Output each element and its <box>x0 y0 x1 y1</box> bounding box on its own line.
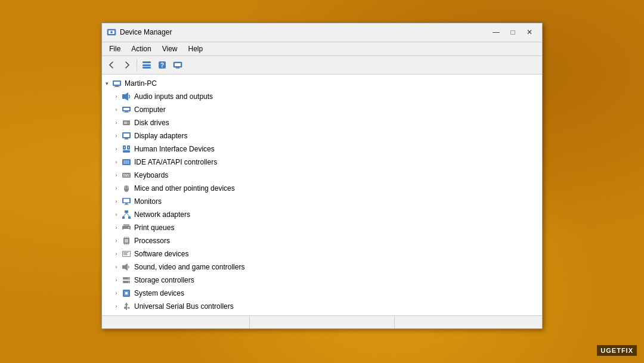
tree-item-print[interactable]: › Print queues <box>102 221 542 234</box>
tree-item-audio[interactable]: › Audio inputs and outputs <box>102 90 542 103</box>
network-icon <box>121 209 132 220</box>
menu-bar: File Action View Help <box>102 42 542 56</box>
svg-rect-25 <box>123 134 129 137</box>
forward-button[interactable] <box>120 58 134 72</box>
svg-marker-85 <box>125 303 128 305</box>
window-title: Device Manager <box>120 28 488 36</box>
menu-help[interactable]: Help <box>184 44 208 54</box>
svg-rect-53 <box>125 210 128 213</box>
audio-icon <box>121 91 132 102</box>
print-expander[interactable]: › <box>112 223 121 232</box>
tree-item-keyboard[interactable]: › Keyboards <box>102 169 542 182</box>
system-expander[interactable]: › <box>112 288 121 298</box>
menu-action[interactable]: Action <box>126 44 156 54</box>
storage-icon <box>121 275 132 286</box>
tree-item-ide[interactable]: › IDE ATA/ATAPI controllers <box>102 156 542 169</box>
keyboard-icon <box>121 170 132 181</box>
svg-point-23 <box>128 122 129 123</box>
software-expander[interactable]: › <box>112 249 121 259</box>
tree-root[interactable]: ▾ Martin-PC <box>102 77 542 90</box>
svg-rect-39 <box>125 174 126 175</box>
svg-rect-44 <box>128 175 129 176</box>
svg-rect-83 <box>125 292 128 294</box>
svg-point-87 <box>128 307 130 309</box>
svg-rect-22 <box>124 122 127 124</box>
processor-expander[interactable]: › <box>112 236 121 246</box>
back-button[interactable] <box>104 58 119 72</box>
audio-expander[interactable]: › <box>112 92 121 101</box>
tree-item-mouse[interactable]: › Mice and other pointing devices <box>102 182 542 195</box>
processor-label: Processors <box>134 237 170 245</box>
display-expander[interactable]: › <box>112 131 121 141</box>
svg-rect-61 <box>128 227 129 228</box>
ide-label: IDE ATA/ATAPI controllers <box>134 158 217 166</box>
svg-point-79 <box>128 278 129 279</box>
tree-item-usb[interactable]: › Universal Serial Bus controllers <box>102 300 542 313</box>
hid-icon <box>121 144 132 154</box>
maximize-button[interactable]: □ <box>505 26 521 39</box>
svg-rect-43 <box>125 175 128 176</box>
minimize-button[interactable]: — <box>488 26 504 39</box>
tree-item-disk[interactable]: › Disk drives <box>102 116 542 129</box>
svg-rect-74 <box>123 255 128 255</box>
close-button[interactable]: ✕ <box>522 26 537 39</box>
tree-item-display[interactable]: › Display adapters <box>102 129 542 142</box>
device-view-button[interactable] <box>171 58 185 72</box>
disk-expander[interactable]: › <box>112 118 121 128</box>
svg-rect-54 <box>122 216 125 219</box>
tree-item-processor[interactable]: › Processors <box>102 234 542 247</box>
system-icon <box>121 288 132 299</box>
svg-rect-55 <box>128 216 131 219</box>
menu-file[interactable]: File <box>104 44 125 54</box>
usb-icon <box>121 301 132 312</box>
svg-rect-40 <box>127 174 128 175</box>
svg-point-2 <box>110 31 113 33</box>
root-label: Martin-PC <box>125 79 157 88</box>
monitor-expander[interactable]: › <box>112 197 121 206</box>
svg-rect-38 <box>123 174 125 175</box>
content-area[interactable]: ▾ Martin-PC › <box>102 75 542 315</box>
window-controls: — □ ✕ <box>488 26 537 39</box>
system-label: System devices <box>134 289 184 297</box>
menu-view[interactable]: View <box>157 44 182 54</box>
toolbar: ? <box>102 56 542 75</box>
hid-expander[interactable]: › <box>112 144 121 154</box>
help-button[interactable]: ? <box>155 58 169 72</box>
svg-rect-9 <box>175 63 181 66</box>
print-icon <box>121 222 132 233</box>
svg-rect-42 <box>123 175 125 176</box>
svg-rect-3 <box>143 61 151 63</box>
mouse-expander[interactable]: › <box>112 184 121 193</box>
storage-expander[interactable]: › <box>112 275 121 285</box>
display-icon <box>121 131 132 141</box>
tree-item-network[interactable]: › Network adapters <box>102 208 542 221</box>
tree-item-sound[interactable]: › Sound, video and game controllers <box>102 260 542 274</box>
keyboard-expander[interactable]: › <box>112 170 121 180</box>
svg-rect-86 <box>124 307 126 309</box>
list-view-button[interactable] <box>140 58 154 72</box>
svg-rect-52 <box>124 204 129 205</box>
tree-item-storage[interactable]: › Storage controllers <box>102 274 542 287</box>
root-expander[interactable]: ▾ <box>102 79 112 88</box>
tree-item-system[interactable]: › System devices <box>102 287 542 300</box>
tree-item-software[interactable]: › Software devices <box>102 247 542 260</box>
computer-expander[interactable]: › <box>112 105 121 114</box>
sound-expander[interactable]: › <box>112 262 121 272</box>
svg-rect-63 <box>125 239 128 243</box>
toolbar-separator-1 <box>137 59 137 71</box>
network-expander[interactable]: › <box>112 210 121 219</box>
ide-expander[interactable]: › <box>112 157 121 167</box>
tree-item-computer[interactable]: › Computer <box>102 103 542 116</box>
computer-label: Computer <box>134 106 166 114</box>
root-icon <box>112 78 122 89</box>
usb-expander[interactable]: › <box>112 302 121 311</box>
svg-rect-10 <box>176 67 179 69</box>
title-bar: Device Manager — □ ✕ <box>102 23 542 42</box>
network-label: Network adapters <box>134 210 190 219</box>
svg-rect-29 <box>123 150 130 153</box>
tree-item-hid[interactable]: › Human Interface Devices <box>102 142 542 156</box>
svg-point-48 <box>126 186 127 187</box>
tree-item-monitor[interactable]: › Monitors <box>102 195 542 208</box>
status-tertiary <box>395 316 540 328</box>
svg-rect-72 <box>123 252 128 253</box>
